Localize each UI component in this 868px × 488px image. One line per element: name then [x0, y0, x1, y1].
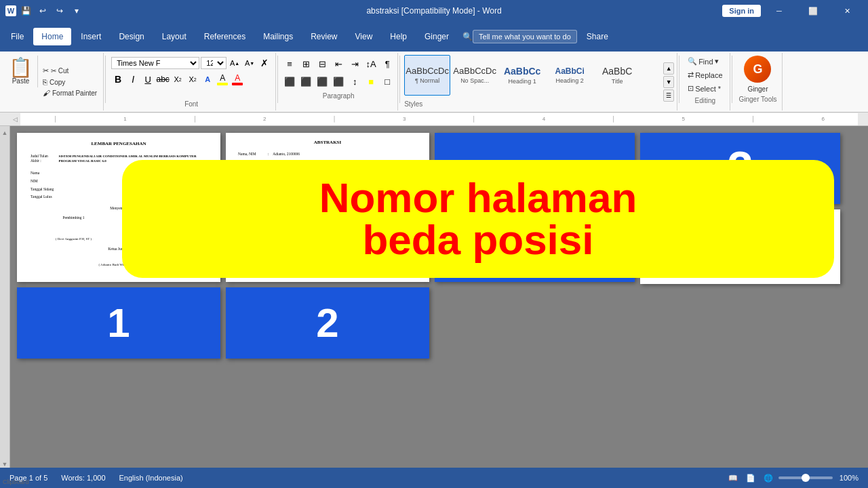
styles-more[interactable]: ☰	[663, 89, 674, 102]
format-painter-button[interactable]: 🖌 Format Painter	[41, 87, 99, 98]
styles-scroll-down[interactable]: ▼	[663, 76, 674, 88]
page1-title: LEMBAR PENGESAHAN	[28, 141, 210, 148]
share-button[interactable]: Share	[578, 29, 616, 44]
ginger-label: Ginger	[747, 85, 768, 93]
signin-button[interactable]: Sign in	[722, 5, 761, 17]
web-view-button[interactable]: 🌐	[761, 470, 776, 485]
style-title-preview: AaBbC	[602, 66, 632, 77]
font-size-select[interactable]: 12	[201, 57, 226, 69]
scroll-up-button[interactable]: ▲	[2, 129, 8, 136]
cut-button[interactable]: ✂ ✂ Cut	[41, 65, 99, 77]
style-heading2[interactable]: AaBbCi Heading 2	[547, 55, 593, 96]
styles-group: AaBbCcDc ¶ Normal AaBbCcDc No Spac... Aa…	[401, 53, 677, 110]
menu-layout[interactable]: Layout	[154, 28, 195, 45]
menu-ginger[interactable]: Ginger	[416, 28, 457, 45]
menu-file[interactable]: File	[3, 28, 32, 45]
tell-me-search[interactable]: Tell me what you want to do	[473, 30, 577, 43]
style-title[interactable]: AaBbC Title	[594, 55, 640, 96]
italic-button[interactable]: I	[126, 73, 140, 86]
ginger-button[interactable]: G	[744, 56, 771, 83]
font-group-label: Font	[184, 99, 198, 108]
font-color-button[interactable]: A	[231, 73, 244, 86]
style-heading1-label: Heading 1	[509, 78, 536, 85]
font-format-row: B I U abc X2 X2 A A A	[111, 73, 244, 86]
style-heading1[interactable]: AaBbCc Heading 1	[499, 55, 545, 96]
menu-design[interactable]: Design	[111, 28, 152, 45]
superscript-button[interactable]: X2	[186, 73, 199, 86]
bold-button[interactable]: B	[111, 73, 125, 86]
format-painter-icon: 🖌	[43, 89, 50, 97]
select-button[interactable]: ⊡ Select *	[685, 83, 725, 94]
justify-button[interactable]: ⬛	[331, 74, 346, 89]
divider	[105, 56, 106, 103]
ruler-inner: │1│2│3│4│5│6	[20, 113, 858, 125]
borders-button[interactable]: □	[380, 74, 395, 89]
align-right-button[interactable]: ⬛	[315, 74, 330, 89]
menu-mailings[interactable]: Mailings	[255, 28, 301, 45]
menu-help[interactable]: Help	[382, 28, 415, 45]
line-spacing-button[interactable]: ↕	[347, 74, 362, 89]
copy-button[interactable]: ⎘ Copy	[41, 77, 99, 87]
read-view-button[interactable]: 📖	[726, 470, 741, 485]
highlight-button[interactable]: A	[216, 73, 229, 86]
zoom-thumb	[802, 474, 810, 482]
highlight-color	[217, 83, 228, 85]
paste-button[interactable]: 📋 Paste	[4, 56, 38, 87]
style-heading1-preview: AaBbCc	[504, 66, 540, 77]
minimize-button[interactable]: ─	[764, 0, 795, 22]
bullets-button[interactable]: ≡	[282, 56, 297, 71]
text-effects-button[interactable]: A	[201, 73, 214, 86]
editing-group: 🔍 Find ▾ ⇄ Replace ⊡ Select * Editing	[681, 53, 730, 110]
find-icon: 🔍	[688, 57, 697, 66]
style-heading2-label: Heading 2	[556, 77, 584, 84]
redo-button[interactable]: ↪	[52, 3, 67, 18]
language-info[interactable]: English (Indonesia)	[115, 472, 187, 483]
strikethrough-button[interactable]: abc	[156, 73, 170, 86]
menu-home[interactable]: Home	[33, 28, 71, 45]
style-no-spacing-preview: AaBbCcDc	[453, 66, 496, 76]
zoom-level[interactable]: 100%	[835, 472, 863, 483]
center-button[interactable]: ⬛	[298, 74, 313, 89]
view-controls: 📖 📄 🌐 100%	[726, 470, 863, 485]
style-no-spacing-label: No Spac...	[460, 77, 489, 84]
menu-insert[interactable]: Insert	[73, 28, 109, 45]
styles-scroll-up[interactable]: ▲	[663, 62, 674, 75]
shrink-font-button[interactable]: A▼	[243, 56, 256, 70]
grow-font-button[interactable]: A▲	[228, 56, 241, 70]
replace-button[interactable]: ⇄ Replace	[685, 69, 725, 81]
clear-formatting-button[interactable]: ✗	[258, 56, 271, 70]
styles-group-label: Styles	[404, 99, 422, 108]
find-button[interactable]: 🔍 Find ▾	[685, 56, 725, 67]
undo-button[interactable]: ↩	[35, 3, 50, 18]
align-left-button[interactable]: ⬛	[282, 74, 297, 89]
sort-button[interactable]: ↕A	[363, 56, 378, 71]
customize-quick-access[interactable]: ▾	[69, 3, 84, 18]
increase-indent-button[interactable]: ⇥	[347, 56, 362, 71]
menu-bar: File Home Insert Design Layout Reference…	[0, 22, 868, 52]
menu-view[interactable]: View	[347, 28, 381, 45]
underline-button[interactable]: U	[141, 73, 155, 86]
paragraph-group-label: Paragraph	[323, 91, 355, 100]
multilevel-list-button[interactable]: ⊟	[315, 56, 330, 71]
font-family-select[interactable]: Times New F	[111, 57, 199, 69]
save-button[interactable]: 💾	[18, 3, 33, 18]
close-button[interactable]: ✕	[831, 0, 863, 22]
scroll-down-button[interactable]: ▼	[2, 461, 8, 468]
zoom-slider[interactable]	[778, 476, 833, 479]
word-count[interactable]: Words: 1,000	[57, 472, 109, 483]
decrease-indent-button[interactable]: ⇤	[331, 56, 346, 71]
restore-button[interactable]: ⬜	[797, 0, 829, 22]
page-1-number: 1	[17, 287, 220, 359]
show-hide-button[interactable]: ¶	[380, 56, 395, 71]
paragraph-group: ≡ ⊞ ⊟ ⇤ ⇥ ↕A ¶ ⬛ ⬛ ⬛ ⬛ ↕ ■ □ Paragraph	[279, 53, 398, 110]
divider5	[732, 56, 732, 103]
menu-references[interactable]: References	[196, 28, 254, 45]
overlay-bubble: Nomor halaman beda posisi	[122, 160, 834, 278]
shading-button[interactable]: ■	[363, 74, 378, 89]
style-normal[interactable]: AaBbCcDc ¶ Normal	[404, 55, 450, 96]
subscript-button[interactable]: X2	[171, 73, 184, 86]
style-no-spacing[interactable]: AaBbCcDc No Spac...	[452, 55, 498, 96]
menu-review[interactable]: Review	[302, 28, 345, 45]
numbering-button[interactable]: ⊞	[298, 56, 313, 71]
print-view-button[interactable]: 📄	[743, 470, 758, 485]
